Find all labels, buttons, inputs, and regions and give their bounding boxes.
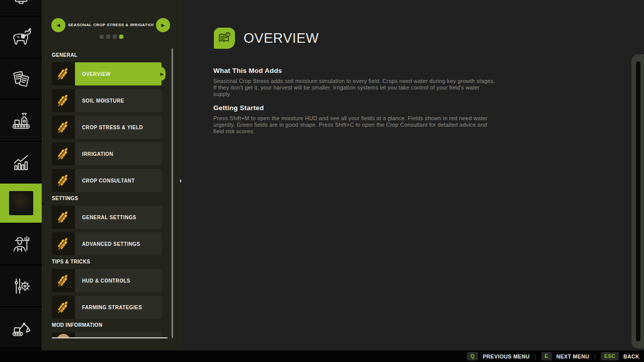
section-heading: What This Mod Adds — [213, 67, 495, 74]
hint-separator: | — [594, 353, 596, 359]
key-badge-esc: ESC — [601, 352, 619, 360]
section-title-tips-tricks: TIPS & TRICKS — [52, 259, 162, 264]
sidebar-tab-production[interactable] — [0, 100, 42, 142]
contracts-documents-icon — [10, 67, 33, 90]
content-section-getting-started: Getting Started Press Shift+M to open th… — [213, 104, 495, 135]
menu-item-crop-stress-yield[interactable]: CROP STRESS & YIELD — [52, 116, 162, 139]
sidebar-tab-animals[interactable] — [0, 17, 42, 58]
menu-item-crop-consultant[interactable]: CROP CONSULTANT — [52, 169, 162, 192]
farmer-icon — [10, 233, 33, 256]
menu-panel-title: SEASONAL CROP STRESS & IRRIGATION MA... — [68, 23, 153, 27]
animals-cow-icon — [10, 26, 33, 49]
page-title: OVERVIEW — [244, 31, 319, 46]
content-section-what-this-mod-adds: What This Mod Adds Seasonal Crop Stress … — [213, 67, 495, 98]
sidebar-tab-farmer[interactable] — [0, 224, 42, 265]
wheat-icon — [52, 116, 75, 139]
wheat-icon — [52, 206, 75, 229]
hint-next-menu[interactable]: E NEXT MENU — [541, 352, 590, 360]
left-icon-sidebar: ▶ — [0, 0, 42, 350]
mod-author-icon — [52, 332, 75, 337]
arrow-left-icon: ◀ — [57, 23, 60, 28]
sidebar-tab-contracts[interactable] — [0, 58, 42, 100]
pagination-dots — [42, 35, 181, 39]
menu-item-general-settings[interactable]: GENERAL SETTINGS — [52, 206, 162, 229]
wheat-icon — [52, 89, 75, 112]
bottom-hint-bar: Q PREVIOUS MENU | E NEXT MENU | ESC BACK — [0, 350, 644, 362]
section-heading: Getting Started — [213, 104, 495, 112]
content-scrollbar-thumb[interactable] — [636, 61, 640, 341]
wheat-icon — [52, 232, 75, 255]
mod-crop-stress-icon — [9, 191, 33, 215]
wheat-icon — [52, 169, 75, 192]
page-dot-active — [119, 35, 123, 39]
sidebar-tab-crop-stress-mod[interactable]: ▶ — [0, 184, 42, 224]
statistics-icon — [10, 151, 33, 174]
hint-previous-menu[interactable]: Q PREVIOUS MENU — [467, 352, 530, 360]
menu-item-soil-moisture[interactable]: SOIL MOISTURE — [52, 89, 162, 112]
help-book-icon — [214, 28, 235, 49]
section-title-settings: SETTINGS — [52, 196, 162, 201]
page-dot — [106, 35, 110, 39]
key-badge-e: E — [541, 352, 552, 360]
game-menu-screen: ▶ ◀ SEASONAL CROP STRESS & IRRIGATION MA… — [0, 0, 644, 362]
content-area: OVERVIEW What This Mod Adds Seasonal Cro… — [181, 0, 644, 350]
menu-item-irrigation[interactable]: IRRIGATION — [52, 142, 162, 165]
selected-tab-arrow-icon: ▶ — [42, 201, 45, 206]
section-body: Press Shift+M to open the moisture HUD a… — [213, 115, 495, 135]
menu-item-partial[interactable] — [52, 332, 162, 337]
menu-list: GENERAL OVERVIEW ▶ SOIL MOISTURE CROP ST… — [52, 48, 162, 337]
hint-separator: | — [535, 353, 536, 359]
hint-back[interactable]: ESC BACK — [601, 352, 639, 360]
selected-item-arrow-icon: ▶ — [160, 72, 164, 76]
content-scrollbar[interactable] — [631, 54, 644, 348]
prev-page-button[interactable]: ◀ — [51, 18, 65, 32]
next-page-button[interactable]: ▶ — [156, 18, 170, 32]
map-partial-icon — [10, 0, 33, 10]
sidebar-tab-statistics[interactable] — [0, 142, 42, 184]
key-badge-q: Q — [467, 352, 478, 360]
menu-scrollbar[interactable] — [172, 48, 173, 338]
sidebar-tab-map[interactable] — [0, 0, 42, 17]
content-header: OVERVIEW — [214, 28, 319, 49]
menu-item-overview[interactable]: OVERVIEW ▶ — [52, 62, 162, 85]
wheat-icon — [52, 62, 75, 85]
menu-item-hud-controls[interactable]: HUD & CONTROLS — [52, 269, 162, 292]
sidebar-tab-settings[interactable] — [0, 265, 42, 307]
arrow-right-icon: ▶ — [162, 23, 165, 28]
section-title-general: GENERAL — [52, 52, 162, 58]
production-icon — [10, 109, 33, 132]
page-dot — [100, 35, 104, 39]
section-title-mod-information: MOD INFORMATION — [52, 322, 162, 328]
page-dot — [113, 35, 117, 39]
wheat-icon — [52, 296, 75, 319]
menu-item-advanced-settings[interactable]: ADVANCED SETTINGS — [52, 232, 162, 255]
menu-panel: ◀ SEASONAL CROP STRESS & IRRIGATION MA..… — [42, 0, 181, 350]
sidebar-tab-construction[interactable] — [0, 307, 42, 349]
wheat-icon — [52, 269, 75, 292]
menu-item-farming-strategies[interactable]: FARMING STRATEGIES — [52, 296, 162, 319]
settings-sliders-icon — [10, 275, 33, 298]
section-body: Seasonal Crop Stress adds soil moisture … — [213, 78, 495, 98]
construction-excavator-icon — [10, 316, 33, 339]
menu-bottom-divider — [52, 337, 168, 338]
wheat-icon — [52, 142, 75, 165]
